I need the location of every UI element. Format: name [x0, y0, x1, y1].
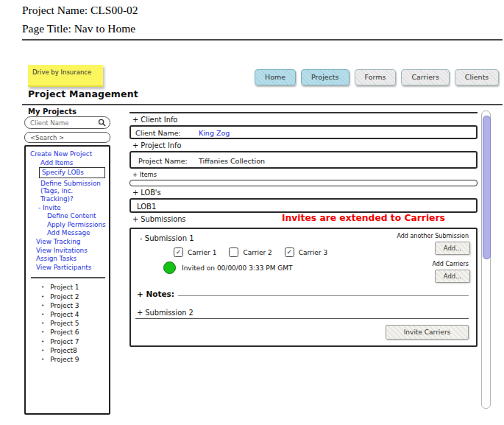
sidebar-item-specify-lobs[interactable]: Specify LOBs: [39, 167, 105, 178]
sidebar-item-create-new-project[interactable]: Create New Project: [30, 150, 109, 158]
tab-home[interactable]: Home: [255, 69, 296, 85]
project-label: Project 5: [50, 319, 79, 328]
sidebar-item-view-invitations[interactable]: View Invitations: [36, 247, 109, 255]
sidebar-project-3[interactable]: •Project 3: [41, 301, 109, 310]
project-info-header: + Project Info: [132, 141, 478, 150]
sidebar-project-2[interactable]: •Project 2: [41, 292, 109, 301]
project-label: Project8: [50, 346, 77, 355]
sidebar-project-7[interactable]: •Project 7: [41, 337, 109, 346]
project-label: Project 7: [50, 337, 79, 346]
add-submission-button[interactable]: Add...: [435, 242, 470, 255]
sticky-note-text: Drive by Insurance: [32, 69, 91, 76]
sticky-note: Drive by Insurance: [28, 65, 103, 87]
submission-2-title[interactable]: + Submission 2: [137, 309, 194, 317]
nav-tab-bar: Home Projects Forms Carriers Clients: [255, 69, 499, 85]
submission-1-title[interactable]: - Submission 1: [140, 234, 194, 242]
section-divider: [22, 104, 503, 105]
bullet-icon: •: [41, 346, 44, 355]
lob-field[interactable]: LOB1: [129, 198, 478, 213]
project-name-field[interactable]: Project Name: Tiffanies Collection: [129, 151, 478, 169]
bullet-icon: •: [41, 319, 44, 328]
vertical-scrollbar-track[interactable]: [481, 110, 491, 409]
client-info-header: + Client Info: [132, 116, 478, 124]
sidebar-item-view-tracking[interactable]: View Tracking: [36, 238, 109, 246]
tab-clients[interactable]: Clients: [455, 69, 499, 85]
client-name-value[interactable]: King Zog: [199, 129, 230, 137]
carrier-1-checkbox[interactable]: ✓: [174, 247, 183, 257]
client-name-field[interactable]: Client Name: King Zog: [129, 125, 478, 139]
sidebar-nav-panel: Create New Project Add Items Specify LOB…: [24, 145, 110, 415]
client-name-label: Client Name:: [135, 129, 181, 137]
notes-divider: [178, 295, 469, 296]
notes-header[interactable]: + Notes:: [137, 289, 174, 298]
project-label: Project 6: [50, 328, 79, 337]
sidebar-list-divider: [31, 277, 105, 278]
invite-carriers-button[interactable]: Invite Carriers: [386, 325, 469, 340]
submissions-header: + Submissions: [132, 215, 185, 223]
sidebar-project-8[interactable]: •Project8: [41, 346, 109, 355]
add-carriers-button[interactable]: Add...: [435, 270, 470, 283]
document-project-name: Project Name: CLS00-02: [22, 4, 138, 17]
bullet-icon: •: [41, 355, 44, 364]
lobs-header: + LOB's: [132, 189, 478, 197]
sidebar-item-invite[interactable]: - Invite: [38, 204, 109, 212]
bullet-icon: •: [41, 292, 44, 301]
project-name-value: Tiffanies Collection: [199, 157, 265, 165]
carrier-3-option: ✓ Carrier 3: [285, 247, 327, 257]
bullet-icon: •: [41, 301, 44, 310]
carrier-2-option: Carrier 2: [229, 247, 271, 257]
project-label: Project 2: [50, 292, 79, 301]
search-select-input[interactable]: [24, 132, 110, 143]
project-label: Project 3: [50, 301, 79, 310]
carrier-invite-annotation: Invites are extended to Carriers: [282, 213, 445, 223]
client-name-filter-input[interactable]: [24, 116, 110, 129]
carrier-2-checkbox[interactable]: [229, 247, 238, 257]
sidebar-item-apply-permissions[interactable]: Apply Permissions: [47, 221, 109, 229]
page-title: Project Management: [28, 88, 138, 99]
sidebar-item-assign-tasks[interactable]: Assign Tasks: [36, 255, 109, 263]
add-carriers-label: Add Carriers: [432, 261, 469, 267]
project-label: Project 9: [50, 355, 79, 364]
sidebar-project-1[interactable]: •Project 1: [41, 283, 109, 292]
invite-status-row: Invited on 00/00/00 3:33 PM GMT: [163, 261, 293, 274]
sidebar-item-add-items[interactable]: Add Items: [40, 159, 109, 167]
add-another-submission-label: Add another Submission: [397, 233, 469, 239]
vertical-scrollbar-thumb[interactable]: [483, 116, 491, 259]
submissions-header-row: + Submissions Invites are extended to Ca…: [129, 215, 478, 226]
sidebar-project-9[interactable]: •Project 9: [41, 355, 109, 364]
items-header: + Items: [132, 171, 478, 178]
sidebar-title: My Projects: [28, 108, 77, 116]
document-page-title: Page Title: Nav to Home: [22, 22, 138, 35]
wireframe-page: { "page_header": { "project_name": "Proj…: [0, 0, 504, 425]
submissions-panel: - Submission 1 Add another Submission Ad…: [129, 228, 478, 347]
carrier-3-label: Carrier 3: [299, 249, 327, 256]
main-content-panel: + Client Info Client Name: King Zog + Pr…: [129, 112, 478, 347]
sidebar-item-define-content[interactable]: Define Content: [47, 212, 109, 220]
bullet-icon: •: [41, 310, 44, 319]
invited-status-icon: [163, 261, 176, 274]
sidebar-item-define-submission[interactable]: Define Submission (Tags, inc. Tracking)?: [40, 180, 105, 203]
carriers-checkbox-row: ✓ Carrier 1 Carrier 2 ✓ Carrier 3: [174, 247, 340, 257]
submission-2-divider: [135, 318, 469, 319]
carrier-3-checkbox[interactable]: ✓: [285, 247, 294, 257]
sidebar-item-add-message[interactable]: Add Message: [47, 229, 109, 237]
project-label: Project 4: [50, 310, 79, 319]
lob-value: LOB1: [137, 203, 156, 211]
sidebar-project-4[interactable]: •Project 4: [41, 310, 109, 319]
tab-carriers[interactable]: Carriers: [401, 69, 449, 85]
project-label: Project 1: [50, 283, 79, 292]
sidebar-project-5[interactable]: •Project 5: [41, 319, 109, 328]
bullet-icon: •: [41, 283, 44, 292]
carrier-2-label: Carrier 2: [243, 249, 271, 256]
carrier-1-label: Carrier 1: [188, 249, 216, 256]
document-header: Project Name: CLS00-02 Page Title: Nav t…: [22, 4, 138, 35]
sidebar-item-view-participants[interactable]: View Participants: [36, 264, 109, 272]
tab-projects[interactable]: Projects: [301, 69, 349, 85]
sidebar-project-6[interactable]: •Project 6: [41, 328, 109, 337]
invited-status-text: Invited on 00/00/00 3:33 PM GMT: [182, 264, 293, 272]
header-divider: [22, 39, 503, 41]
carrier-1-option: ✓ Carrier 1: [174, 247, 216, 257]
items-field[interactable]: [129, 180, 478, 186]
bullet-icon: •: [41, 337, 44, 346]
tab-forms[interactable]: Forms: [355, 69, 397, 85]
